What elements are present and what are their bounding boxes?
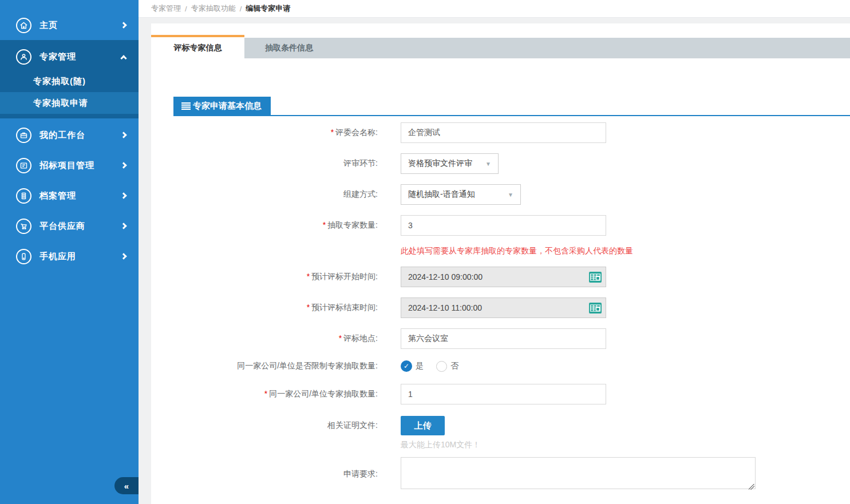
sidebar-item-label: 档案管理 (39, 191, 121, 201)
review-stage-select[interactable]: 资格预审文件评审 ▼ (401, 153, 499, 174)
chevron-up-icon (120, 55, 126, 61)
breadcrumb-item[interactable]: 专家抽取功能 (191, 3, 236, 14)
app-root: 主页 专家管理 专家抽取(随) 专家抽取申请 (0, 0, 850, 504)
sidebar-subitem-expert-draw-apply[interactable]: 专家抽取申请 (0, 92, 139, 114)
main-content: 专家管理 / 专家抽取功能 / 编辑专家申请 评标专家信息 抽取条件信息 (139, 0, 850, 504)
form-row-attachment: 相关证明文件: 上传 最大能上传10M文件！ (151, 416, 850, 450)
form-row-expert-count: *抽取专家数量: (151, 215, 850, 236)
sidebar-collapse-button[interactable]: « (114, 477, 139, 494)
formation-method-select[interactable]: 随机抽取-语音通知 ▼ (401, 184, 521, 205)
tab-expert-info[interactable]: 评标专家信息 (151, 35, 244, 58)
tender-project-icon (16, 158, 31, 173)
content-panel: 评标专家信息 抽取条件信息 专家申请基本信 (151, 23, 850, 504)
sidebar-nav: 主页 专家管理 专家抽取(随) 专家抽取申请 (0, 0, 139, 270)
location-label: *评标地点: (151, 334, 401, 344)
sidebar-item-label: 招标项目管理 (39, 160, 121, 171)
review-stage-label: 评审环节: (151, 158, 401, 169)
sidebar-subitem-label: 专家抽取申请 (33, 98, 88, 108)
sidebar: 主页 专家管理 专家抽取(随) 专家抽取申请 (0, 0, 139, 504)
attachment-controls: 上传 最大能上传10M文件！ (401, 416, 480, 450)
radio-no-label[interactable]: 否 (450, 361, 458, 371)
chevron-right-icon (120, 223, 126, 229)
expert-count-hint: 此处填写需要从专家库抽取的专家数量，不包含采购人代表的数量 (401, 246, 633, 256)
tab-label: 抽取条件信息 (265, 43, 313, 53)
list-icon (181, 102, 191, 110)
expert-icon (16, 49, 31, 65)
sidebar-item-home[interactable]: 主页 (0, 11, 139, 39)
same-company-count-input[interactable] (401, 384, 606, 404)
mobile-app-icon (16, 249, 31, 264)
required-asterisk: * (339, 334, 342, 343)
requirements-textarea-wrap (401, 457, 756, 491)
required-asterisk: * (264, 389, 267, 398)
required-asterisk: * (307, 303, 310, 312)
attachment-label: 相关证明文件: (151, 420, 401, 431)
chevron-right-icon (120, 253, 126, 259)
section-header: 专家申请基本信息 (173, 97, 271, 115)
start-time-label: *预计评标开始时间: (151, 272, 401, 282)
chevron-right-icon (120, 22, 126, 28)
select-value: 随机抽取-语音通知 (408, 189, 475, 200)
home-icon (16, 18, 31, 33)
workbench-icon (16, 128, 31, 143)
date-value: 2024-12-10 09:00:00 (408, 272, 483, 281)
sidebar-item-label: 手机应用 (39, 251, 121, 262)
same-company-count-label: *同一家公司/单位专家抽取数量: (151, 389, 401, 399)
expert-count-label: *抽取专家数量: (151, 220, 401, 231)
requirements-textarea[interactable] (401, 457, 756, 489)
committee-name-input[interactable] (401, 122, 606, 143)
select-value: 资格预审文件评审 (408, 158, 472, 169)
collapse-left-icon: « (124, 481, 129, 491)
sidebar-item-label: 专家管理 (39, 51, 121, 62)
sidebar-item-label: 我的工作台 (39, 130, 121, 141)
sidebar-item-supplier[interactable]: 平台供应商 (0, 212, 139, 240)
breadcrumb-current: 编辑专家申请 (246, 3, 290, 14)
sidebar-item-mobile-app[interactable]: 手机应用 (0, 243, 139, 270)
limit-same-company-radio-group: 是 否 (401, 360, 471, 372)
form-row-limit-same-company: 同一家公司/单位是否限制专家抽取数量: 是 否 (151, 359, 850, 373)
expert-apply-form: *评委会名称: 评审环节: 资格预审文件评审 ▼ 组建方式: 随机抽取-语音通知… (151, 116, 850, 491)
chevron-right-icon (120, 162, 126, 168)
supplier-cart-icon (16, 219, 31, 234)
radio-yes-label[interactable]: 是 (416, 361, 424, 371)
form-row-start-time: *预计评标开始时间: 2024-12-10 09:00:00 (151, 267, 850, 287)
sidebar-item-expert-mgmt[interactable]: 专家管理 (0, 43, 139, 70)
chevron-right-icon (120, 132, 126, 138)
tab-bar: 评标专家信息 抽取条件信息 (151, 23, 850, 58)
archive-icon (16, 188, 31, 204)
required-asterisk: * (331, 128, 334, 137)
sidebar-subitem-expert-draw[interactable]: 专家抽取(随) (0, 70, 139, 92)
breadcrumb-separator: / (240, 5, 242, 13)
section-header-row: 专家申请基本信息 (173, 97, 850, 116)
form-row-formation-method: 组建方式: 随机抽取-语音通知 ▼ (151, 184, 850, 205)
form-row-location: *评标地点: (151, 328, 850, 349)
tab-label: 评标专家信息 (174, 43, 222, 53)
breadcrumb-item[interactable]: 专家管理 (151, 3, 181, 14)
caret-down-icon: ▼ (508, 192, 513, 198)
expert-count-input[interactable] (401, 215, 606, 236)
caret-down-icon: ▼ (485, 161, 491, 167)
form-row-requirements: 申请要求: (151, 457, 850, 491)
sidebar-item-tender-project[interactable]: 招标项目管理 (0, 152, 139, 179)
radio-no-unchecked-icon[interactable] (436, 361, 447, 372)
location-input[interactable] (401, 328, 606, 349)
required-asterisk: * (307, 272, 310, 281)
radio-yes-checked-icon[interactable] (401, 360, 412, 372)
upload-hint: 最大能上传10M文件！ (401, 440, 480, 450)
sidebar-group-expert-mgmt: 专家管理 专家抽取(随) 专家抽取申请 (0, 40, 139, 118)
start-time-input[interactable]: 2024-12-10 09:00:00 (401, 267, 606, 287)
sidebar-item-archive[interactable]: 档案管理 (0, 182, 139, 209)
requirements-label: 申请要求: (151, 469, 401, 479)
tab-extraction-conditions[interactable]: 抽取条件信息 (244, 38, 850, 58)
form-row-expert-count-hint: 此处填写需要从专家库抽取的专家数量，不包含采购人代表的数量 (151, 246, 850, 256)
limit-same-company-label: 同一家公司/单位是否限制专家抽取数量: (151, 361, 401, 371)
upload-button[interactable]: 上传 (401, 416, 445, 435)
form-row-committee-name: *评委会名称: (151, 122, 850, 143)
breadcrumb-separator: / (185, 5, 187, 13)
calendar-icon[interactable] (589, 272, 602, 283)
calendar-icon[interactable] (589, 303, 602, 313)
chevron-right-icon (120, 192, 126, 199)
end-time-input[interactable]: 2024-12-10 11:00:00 (401, 297, 606, 318)
sidebar-subitem-label: 专家抽取(随) (33, 76, 86, 86)
sidebar-item-workbench[interactable]: 我的工作台 (0, 121, 139, 149)
